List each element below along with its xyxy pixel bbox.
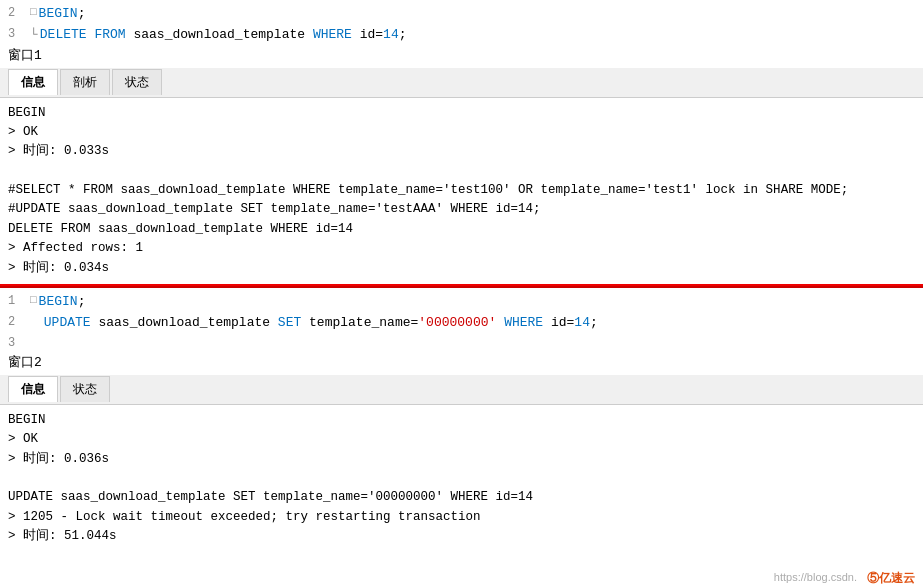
code-token: ; xyxy=(78,4,86,25)
indent-space xyxy=(30,313,38,334)
code-token: '00000000' xyxy=(418,313,496,334)
line-num-2: 2 xyxy=(8,4,26,23)
code-line-w2-3: 3 xyxy=(8,334,915,353)
code-token: ; xyxy=(590,313,598,334)
tab-info-2[interactable]: 信息 xyxy=(8,376,58,402)
tab-status-2[interactable]: 状态 xyxy=(60,376,110,402)
fold-icon-2[interactable]: □ xyxy=(30,4,37,22)
window1-label: 窗口1 xyxy=(8,48,42,63)
fold-icon-w2-1[interactable]: □ xyxy=(30,292,37,310)
code-token: saas_download_template xyxy=(126,25,313,46)
code-token xyxy=(496,313,504,334)
code-token: BEGIN xyxy=(39,292,78,313)
line-num-3: 3 xyxy=(8,25,26,44)
code-token: UPDATE xyxy=(44,313,91,334)
code-token: BEGIN xyxy=(39,4,78,25)
code-line-2: 2 □ BEGIN; xyxy=(8,4,915,25)
window1-result: BEGIN > OK > 时间: 0.033s #SELECT * FROM s… xyxy=(0,98,923,284)
line-num-w2-1: 1 xyxy=(8,292,26,311)
code-token: saas_download_template xyxy=(91,313,278,334)
tab-profile-1[interactable]: 剖析 xyxy=(60,69,110,95)
code-token: template_name= xyxy=(301,313,418,334)
main-container: 2 □ BEGIN; 3 └ DELETE FROM saas_download… xyxy=(0,0,923,587)
window1: 2 □ BEGIN; 3 └ DELETE FROM saas_download… xyxy=(0,0,923,286)
code-token: ; xyxy=(78,292,86,313)
code-token: DELETE FROM xyxy=(40,25,126,46)
window2: 1 □ BEGIN; 2 UPDATE saas_download_templa… xyxy=(0,288,923,587)
window1-tabs: 信息 剖析 状态 xyxy=(0,68,923,98)
tab-status-1[interactable]: 状态 xyxy=(112,69,162,95)
code-token: 14 xyxy=(574,313,590,334)
code-line-3: 3 └ DELETE FROM saas_download_template W… xyxy=(8,25,915,46)
code-token: id= xyxy=(352,25,383,46)
window2-label: 窗口2 xyxy=(8,355,42,370)
watermark-area: https://blog.csdn. ⑤亿速云 xyxy=(774,569,915,587)
line-num-w2-2: 2 xyxy=(8,313,26,332)
window2-tabs: 信息 状态 xyxy=(0,375,923,405)
tab-info-1[interactable]: 信息 xyxy=(8,69,58,95)
indent-icon: └ xyxy=(30,25,38,46)
window2-result: BEGIN > OK > 时间: 0.036s UPDATE saas_down… xyxy=(0,405,923,587)
code-token: WHERE xyxy=(504,313,543,334)
window2-code-area: 1 □ BEGIN; 2 UPDATE saas_download_templa… xyxy=(0,288,923,375)
line-num-w2-3: 3 xyxy=(8,334,26,353)
brand-watermark: ⑤亿速云 xyxy=(867,569,915,587)
code-line-w2-2: 2 UPDATE saas_download_template SET temp… xyxy=(8,313,915,334)
code-token: id= xyxy=(543,313,574,334)
code-token: SET xyxy=(278,313,301,334)
blog-watermark: https://blog.csdn. xyxy=(774,569,857,586)
code-token: ; xyxy=(399,25,407,46)
window1-code-area: 2 □ BEGIN; 3 └ DELETE FROM saas_download… xyxy=(0,0,923,68)
code-token: 14 xyxy=(383,25,399,46)
code-token: WHERE xyxy=(313,25,352,46)
code-line-w2-1: 1 □ BEGIN; xyxy=(8,292,915,313)
